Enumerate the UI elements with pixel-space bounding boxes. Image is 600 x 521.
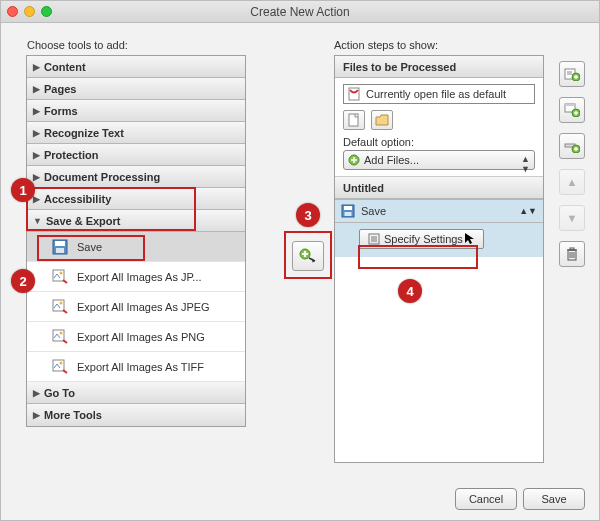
tool-label: Export All Images As TIFF [77,361,204,373]
svg-rect-35 [565,104,575,106]
svg-point-10 [60,361,63,364]
step-save-label: Save [361,205,386,217]
choose-tools-label: Choose tools to add: [27,39,128,51]
tool-export-jp[interactable]: Export All Images As JP... [27,262,245,292]
group-content[interactable]: ▶Content [27,56,245,78]
tool-label: Export All Images As JPEG [77,301,210,313]
chevron-down-icon: ▼ [33,210,42,232]
specify-settings-button[interactable]: Specify Settings [359,229,484,249]
traffic-lights [7,6,52,17]
tool-save[interactable]: Save [27,232,245,262]
pdf-icon [348,87,362,101]
trash-icon [566,247,578,261]
dropdown-value: Add Files... [364,154,419,166]
group-accessibility[interactable]: ▶Accessibility [27,188,245,210]
group-more-tools[interactable]: ▶More Tools [27,404,245,426]
svg-rect-2 [56,248,64,253]
svg-point-6 [60,301,63,304]
svg-rect-22 [345,212,352,216]
group-go-to[interactable]: ▶Go To [27,382,245,404]
add-panel-button[interactable] [559,97,585,123]
export-image-icon [51,298,69,316]
specify-settings-row: Specify Settings [335,223,543,257]
tools-accordion: ▶Content ▶Pages ▶Forms ▶Recognize Text ▶… [26,55,246,427]
tool-export-png[interactable]: Export All Images As PNG [27,322,245,352]
tool-export-jpeg[interactable]: Export All Images As JPEG [27,292,245,322]
chevron-right-icon: ▶ [33,122,40,144]
delete-step-button[interactable] [559,241,585,267]
export-image-icon [51,358,69,376]
group-save-export[interactable]: ▼Save & Export [27,210,245,232]
tool-label: Export All Images As JP... [77,271,202,283]
chevron-right-icon: ▶ [33,404,40,426]
chevron-down-icon: ▼ [567,212,578,224]
svg-rect-48 [570,248,574,250]
chevron-right-icon: ▶ [33,166,40,188]
add-divider-button[interactable] [559,133,585,159]
add-folder-button[interactable] [371,110,393,130]
svg-rect-21 [344,206,352,210]
tool-label: Export All Images As PNG [77,331,205,343]
folder-icon [375,114,389,126]
group-recognize-text[interactable]: ▶Recognize Text [27,122,245,144]
chevron-updown-icon: ▲▼ [521,154,530,174]
badge-1: 1 [11,178,35,202]
floppy-icon [51,238,69,256]
default-option-label: Default option: [343,136,535,148]
file-icon [348,113,360,127]
export-image-icon [51,328,69,346]
close-icon[interactable] [7,6,18,17]
move-up-button: ▲ [559,169,585,195]
group-document-processing[interactable]: ▶Document Processing [27,166,245,188]
window-title: Create New Action [250,5,349,19]
current-file-label: Currently open file as default [366,88,506,100]
save-button[interactable]: Save [523,488,585,510]
svg-rect-16 [349,114,358,126]
svg-point-8 [60,331,63,334]
current-file-display[interactable]: Currently open file as default [343,84,535,104]
files-processed-header: Files to be Processed [335,56,543,78]
action-steps-label: Action steps to show: [334,39,438,51]
add-step-button[interactable] [292,241,324,271]
side-buttons: ▲ ▼ [559,61,585,277]
add-arrow-icon [299,248,317,264]
svg-point-4 [60,271,63,274]
chevron-up-icon: ▲ [567,176,578,188]
untitled-header: Untitled [335,177,543,199]
add-files-icon [348,154,360,166]
move-down-button: ▼ [559,205,585,231]
badge-4: 4 [398,279,422,303]
tool-label: Save [77,241,102,253]
minimize-icon[interactable] [24,6,35,17]
chevron-right-icon: ▶ [33,78,40,100]
svg-marker-27 [465,233,474,244]
window: Create New Action Choose tools to add: ▶… [0,0,600,521]
save-export-items: Save Export All Images As JP... Export A… [27,232,245,382]
specify-settings-label: Specify Settings [384,233,463,245]
add-instruction-button[interactable] [559,61,585,87]
export-image-icon [51,268,69,286]
floppy-icon [341,204,355,218]
cursor-icon [465,233,475,245]
cancel-button[interactable]: Cancel [455,488,517,510]
group-forms[interactable]: ▶Forms [27,100,245,122]
tool-export-tiff[interactable]: Export All Images As TIFF [27,352,245,382]
settings-list-icon [368,233,380,245]
titlebar: Create New Action [1,1,599,23]
step-save[interactable]: Save ▲▼ [335,199,543,223]
group-protection[interactable]: ▶Protection [27,144,245,166]
footer: Cancel Save [455,488,585,510]
default-option-dropdown[interactable]: Add Files... ▲▼ [343,150,535,170]
chevron-right-icon: ▶ [33,100,40,122]
badge-2: 2 [11,269,35,293]
badge-3: 3 [296,203,320,227]
zoom-icon[interactable] [41,6,52,17]
files-processed-body: Currently open file as default Default o… [335,78,543,177]
group-pages[interactable]: ▶Pages [27,78,245,100]
action-steps-panel: Files to be Processed Currently open fil… [334,55,544,463]
chevron-right-icon: ▶ [33,382,40,404]
svg-rect-1 [55,241,65,246]
chevron-right-icon: ▶ [33,144,40,166]
add-file-button[interactable] [343,110,365,130]
chevron-updown-icon: ▲▼ [519,206,537,216]
